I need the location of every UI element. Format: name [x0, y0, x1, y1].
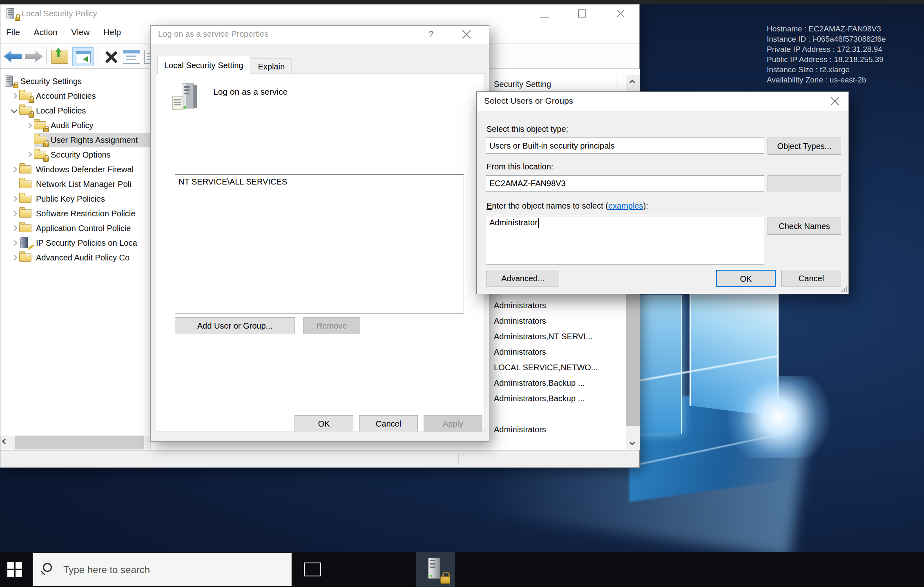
check-names-button[interactable]: Check Names — [768, 218, 841, 235]
properties-icon[interactable] — [123, 50, 140, 64]
chevron-right-icon[interactable] — [24, 118, 34, 133]
object-type-label: Select this object type: — [487, 125, 568, 134]
advanced-button[interactable]: Advanced... — [487, 270, 559, 287]
chevron-right-icon[interactable] — [9, 89, 19, 103]
policy-server-icon — [170, 83, 203, 114]
lock-icon — [440, 576, 450, 584]
tab-local-security-setting[interactable]: Local Security Setting — [157, 56, 250, 74]
search-icon — [43, 563, 52, 572]
tree-item-security-settings[interactable]: Security Settings — [0, 74, 150, 89]
examples-link[interactable]: examples — [608, 201, 643, 210]
task-view-icon[interactable] — [304, 563, 321, 576]
minimize-icon — [540, 17, 549, 18]
close-icon[interactable] — [829, 95, 841, 107]
taskbar-search[interactable]: Type here to search — [33, 553, 292, 586]
computer-lock-icon — [4, 75, 18, 87]
tree-item-audit-policy[interactable]: Audit Policy — [0, 118, 150, 133]
object-types-button[interactable]: Object Types... — [768, 138, 841, 155]
member-entry[interactable]: NT SERVICE\ALL SERVICES — [179, 177, 460, 187]
scroll-up-icon[interactable] — [629, 80, 635, 85]
list-item[interactable]: Administrators — [489, 422, 624, 437]
chevron-right-icon[interactable] — [9, 206, 19, 221]
menu-help[interactable]: Help — [98, 23, 127, 41]
help-icon[interactable]: ? — [429, 29, 433, 40]
menu-file[interactable]: File — [0, 23, 26, 41]
resize-grip[interactable] — [841, 287, 847, 292]
chevron-right-icon[interactable] — [9, 191, 19, 206]
location-field[interactable]: EC2AMAZ-FAN98V3 — [486, 175, 764, 191]
back-icon[interactable] — [4, 51, 22, 62]
host-info-line: Availability Zone : us-east-2b — [767, 75, 922, 85]
chevron-down-icon[interactable] — [9, 103, 19, 118]
toolbar-separator — [98, 47, 98, 64]
locations-button[interactable] — [768, 175, 841, 192]
maximize-icon — [578, 9, 586, 18]
dialog-title-bar[interactable]: Select Users or Groups — [477, 92, 848, 111]
list-item[interactable]: Administrators,Backup ... — [489, 375, 624, 391]
tree-item-ip-security-policies[interactable]: IP Security Policies on Loca — [0, 236, 150, 250]
tree-horizontal-scrollbar[interactable] — [0, 436, 150, 449]
show-console-tree-icon[interactable] — [72, 47, 94, 66]
add-user-or-group-button[interactable]: Add User or Group... — [175, 317, 295, 334]
list-item[interactable]: Administrators — [489, 298, 624, 313]
tree-item-user-rights-assignment[interactable]: User Rights Assignment — [0, 133, 150, 147]
tab-page: Log on as a service NT SERVICE\ALL SERVI… — [156, 73, 485, 432]
list-item[interactable]: Administrators,Backup ... — [489, 391, 624, 406]
tree-item-account-policies[interactable]: Account Policies — [0, 89, 150, 103]
chevron-right-icon[interactable] — [9, 162, 19, 177]
title-bar[interactable]: Local Security Policy — [0, 4, 639, 23]
list-item[interactable]: Administrators — [489, 344, 624, 360]
maximize-button[interactable] — [570, 4, 596, 23]
folder-icon — [19, 251, 33, 264]
tree-item-advanced-audit-policy[interactable]: Advanced Audit Policy Co — [0, 250, 150, 265]
ok-button[interactable]: OK — [295, 415, 353, 432]
tree-item-application-control-policies[interactable]: Application Control Policie — [0, 221, 150, 236]
close-icon[interactable] — [460, 28, 473, 40]
remove-button[interactable]: Remove — [303, 317, 360, 334]
chevron-right-icon[interactable] — [9, 221, 19, 236]
tree-item-windows-defender-firewall[interactable]: Windows Defender Firewal — [0, 162, 150, 177]
cancel-button[interactable]: Cancel — [781, 270, 841, 287]
column-header-security-setting[interactable]: Security Setting — [489, 75, 616, 93]
scroll-left-icon[interactable] — [2, 438, 8, 444]
export-icon[interactable] — [51, 50, 68, 64]
tab-strip: Local Security Setting Explain — [157, 56, 292, 74]
host-info-line: Hostname : EC2AMAZ-FAN98V3 — [767, 24, 922, 34]
taskbar-item-local-security-policy[interactable] — [416, 552, 455, 587]
forward-icon[interactable] — [25, 51, 43, 62]
chevron-right-icon[interactable] — [9, 236, 19, 250]
tree-item-public-key-policies[interactable]: Public Key Policies — [0, 191, 150, 206]
start-button[interactable] — [0, 552, 26, 587]
apply-button[interactable]: Apply — [424, 415, 482, 432]
tab-explain[interactable]: Explain — [251, 58, 292, 74]
scroll-down-icon[interactable] — [629, 440, 635, 445]
menu-view[interactable]: View — [65, 23, 95, 41]
folder-lock-icon — [19, 90, 33, 102]
minimize-button[interactable] — [531, 4, 558, 23]
delete-icon[interactable] — [103, 51, 119, 63]
dialog-title-bar[interactable]: Log on as a service Properties ? — [151, 26, 489, 44]
tree-item-local-policies[interactable]: Local Policies — [0, 103, 150, 118]
list-item[interactable] — [489, 406, 624, 422]
tree-item-software-restriction-policies[interactable]: Software Restriction Policie — [0, 206, 150, 221]
wallpaper-window-pane-left — [632, 295, 682, 434]
chevron-right-icon[interactable] — [9, 250, 19, 265]
list-item[interactable]: Administrators — [489, 313, 624, 329]
windows-logo-icon — [7, 562, 22, 577]
tree-item-network-list-manager[interactable]: Network List Manager Poli — [0, 177, 150, 191]
object-type-field[interactable]: Users or Built-in security principals — [486, 138, 764, 154]
folder-icon — [19, 163, 33, 176]
list-item[interactable]: Administrators,NT SERVI... — [489, 329, 624, 344]
members-listbox[interactable]: NT SERVICE\ALL SERVICES — [175, 174, 464, 314]
close-button[interactable] — [607, 4, 634, 23]
policy-name-label: Log on as a service — [213, 87, 288, 97]
list-item[interactable]: LOCAL SERVICE,NETWO... — [489, 360, 624, 375]
ipsec-computer-key-icon — [19, 237, 33, 249]
menu-action[interactable]: Action — [28, 23, 63, 41]
ok-button[interactable]: OK — [716, 270, 776, 287]
cancel-button[interactable]: Cancel — [359, 415, 418, 432]
chevron-right-icon[interactable] — [24, 147, 34, 162]
scrollbar-thumb[interactable] — [15, 436, 144, 449]
tree-item-security-options[interactable]: Security Options — [0, 147, 150, 162]
object-names-input[interactable]: Administrator — [486, 216, 764, 265]
